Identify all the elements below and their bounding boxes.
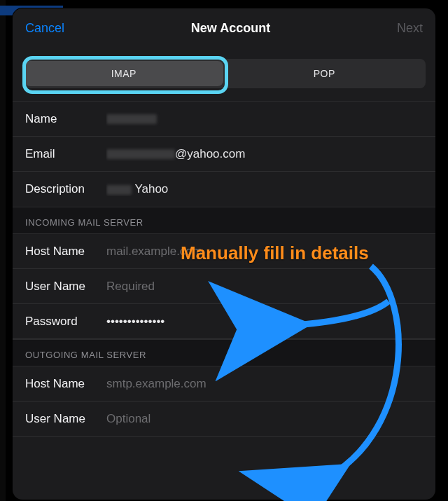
incoming-host-field[interactable]: mail.example.com (106, 245, 423, 259)
page-title: New Account (191, 21, 270, 36)
modal-header: Cancel New Account Next (13, 8, 435, 48)
account-info-group: Name Email @yahoo.com Description Yahoo (13, 101, 435, 207)
new-account-modal: Cancel New Account Next IMAP POP Name Em… (13, 8, 435, 500)
tab-pop[interactable]: POP (225, 61, 424, 86)
row-outgoing-host[interactable]: Host Name smtp.example.com (13, 366, 435, 402)
row-incoming-user[interactable]: User Name Required (13, 269, 435, 304)
description-field[interactable]: Yahoo (106, 182, 423, 196)
incoming-header: INCOMING MAIL SERVER (13, 207, 435, 233)
background (0, 0, 6, 501)
tab-imap[interactable]: IMAP (24, 61, 223, 86)
outgoing-host-field[interactable]: smtp.example.com (106, 377, 423, 391)
incoming-group: Host Name mail.example.com User Name Req… (13, 233, 435, 340)
incoming-password-field[interactable]: •••••••••••••• (106, 315, 423, 329)
row-incoming-host[interactable]: Host Name mail.example.com (13, 234, 435, 269)
outgoing-user-field[interactable]: Optional (106, 412, 423, 426)
next-button[interactable]: Next (397, 21, 423, 36)
name-field[interactable] (106, 112, 423, 126)
outgoing-host-label: Host Name (25, 377, 106, 391)
incoming-user-label: User Name (25, 280, 106, 294)
outgoing-user-label: User Name (25, 412, 106, 426)
description-label: Description (25, 182, 106, 196)
outgoing-header: OUTGOING MAIL SERVER (13, 340, 435, 366)
email-label: Email (25, 147, 106, 161)
incoming-password-label: Password (25, 315, 106, 329)
row-name[interactable]: Name (13, 102, 435, 137)
protocol-segmented: IMAP POP (22, 59, 426, 88)
row-email[interactable]: Email @yahoo.com (13, 137, 435, 172)
cancel-button[interactable]: Cancel (25, 21, 64, 36)
incoming-user-field[interactable]: Required (106, 280, 423, 294)
outgoing-group: Host Name smtp.example.com User Name Opt… (13, 366, 435, 437)
name-label: Name (25, 112, 106, 126)
email-field[interactable]: @yahoo.com (106, 147, 423, 161)
row-outgoing-user[interactable]: User Name Optional (13, 402, 435, 437)
incoming-host-label: Host Name (25, 245, 106, 259)
row-description[interactable]: Description Yahoo (13, 172, 435, 207)
row-incoming-password[interactable]: Password •••••••••••••• (13, 304, 435, 339)
protocol-segmented-wrap: IMAP POP (13, 48, 435, 101)
